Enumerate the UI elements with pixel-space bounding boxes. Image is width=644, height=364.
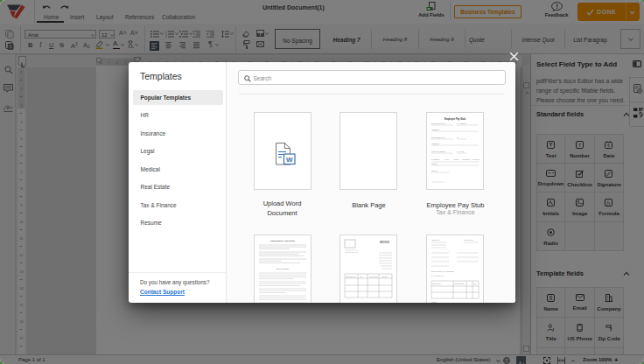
svg-text:HOURS: HOURS [453,158,459,160]
svg-text:CURRENT: CURRENT [462,158,471,160]
svg-text:ADDRESS: ADDRESS [431,128,439,130]
svg-text:COMPANY: COMPANY [431,239,441,241]
svg-text:UNIT PRICE: UNIT PRICE [369,275,378,276]
svg-text:EARNINGS: EARNINGS [431,158,440,160]
svg-text:YTD TOTAL: YTD TOTAL [472,158,480,160]
svg-text:NET: NET [473,282,476,284]
svg-text:NOTES: NOTES [431,301,438,303]
svg-text:EMPLOYMENT: EMPLOYMENT [276,268,289,270]
svg-text:EMPLOYEE NAME: EMPLOYEE NAME [431,122,445,123]
svg-text:RATE: RATE [444,158,449,160]
svg-text:ID: ID [457,136,458,137]
svg-text:EMPLOYEE: EMPLOYEE [432,282,441,284]
svg-text:PAY SUMMARY: PAY SUMMARY [431,274,444,276]
svg-text:WORK SCHEDULE: WORK SCHEDULE [431,150,446,151]
svg-text:INVOICE: INVOICE [380,241,389,244]
svg-text:ADDRESS: ADDRESS [431,142,439,144]
svg-text:PAY PERIOD: PAY PERIOD [457,122,466,123]
svg-text:EMPLOYEE WITHHOLDING: EMPLOYEE WITHHOLDING [431,270,454,271]
svg-text:Employee Pay Stub: Employee Pay Stub [444,117,466,121]
svg-text:Employment Application: Employment Application [270,240,295,242]
svg-text:EMPLOYEE NAME: EMPLOYEE NAME [431,136,445,137]
svg-text:GROSS: GROSS [431,162,438,164]
svg-text:QTY: QTY [360,275,363,276]
svg-text:TOTALS: TOTALS [431,169,438,171]
svg-text:PAY RATE: PAY RATE [457,150,465,151]
svg-text:AMOUNT: AMOUNT [381,275,387,276]
svg-text:DESCRIPTION: DESCRIPTION [346,275,356,276]
svg-text:NO 123-456: NO 123-456 [464,239,474,241]
svg-text:W: W [286,156,293,164]
svg-text:DEDUCTIONS: DEDUCTIONS [454,282,465,284]
